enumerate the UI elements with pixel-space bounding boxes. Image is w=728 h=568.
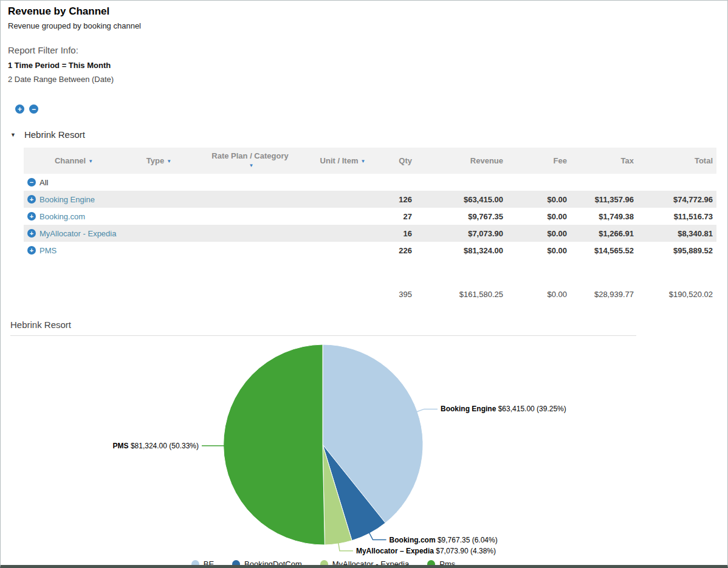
- legend-item-bookingdotcom[interactable]: BookingDotCom: [232, 559, 302, 568]
- legend-swatch-icon: [191, 560, 199, 568]
- expand-row-icon[interactable]: +: [27, 229, 36, 238]
- qty-cell: 226: [379, 242, 416, 259]
- page-title: Revenue by Channel: [8, 5, 727, 18]
- sort-icon[interactable]: ▼: [167, 159, 171, 164]
- fee-cell: $0.00: [507, 242, 571, 259]
- empty-cell: [306, 242, 379, 259]
- chart-legend: BEBookingDotComMyAllocator - ExpediaPms: [10, 559, 636, 568]
- revenue-cell: $9,767.35: [416, 208, 507, 225]
- tax-cell: $11,357.96: [571, 191, 637, 208]
- tax-cell: $14,565.52: [571, 242, 637, 259]
- column-header-type[interactable]: Type▼: [124, 148, 194, 174]
- empty-cell: [24, 286, 124, 303]
- all-row-label: All: [39, 178, 48, 187]
- legend-item-be[interactable]: BE: [191, 559, 214, 568]
- tax-cell: $1,266.91: [571, 225, 637, 242]
- column-header-channel[interactable]: Channel▼: [24, 148, 124, 174]
- total-cell: $74,772.96: [637, 191, 716, 208]
- sort-icon[interactable]: ▼: [249, 163, 254, 168]
- column-header-fee: Fee: [507, 148, 571, 174]
- legend-label: Pms: [439, 559, 455, 568]
- report-filter-info: Report Filter Info: 1 Time Period = This…: [1, 30, 727, 84]
- empty-cell: [124, 191, 194, 208]
- legend-item-pms[interactable]: Pms: [427, 559, 455, 568]
- column-label: Rate Plan / Category: [211, 151, 288, 160]
- revenue-cell: $63,415.00: [416, 191, 507, 208]
- empty-cell: [124, 225, 194, 242]
- filter-date-range: 2 Date Range Between (Date): [8, 75, 727, 84]
- pie-label-line: [415, 409, 438, 412]
- property-group-header: ▼ Hebrink Resort: [1, 114, 727, 140]
- empty-cell: [306, 225, 379, 242]
- channel-link[interactable]: PMS: [39, 246, 57, 255]
- fee-cell: $0.00: [507, 225, 571, 242]
- empty-cell: [124, 208, 194, 225]
- legend-swatch-icon: [232, 560, 240, 568]
- filter-time-period: 1 Time Period = This Month: [8, 61, 727, 70]
- column-label: Fee: [554, 156, 567, 165]
- column-header-tax: Tax: [571, 148, 637, 174]
- revenue-cell: $81,324.00: [416, 242, 507, 259]
- totals-row: 395$161,580.25$0.00$28,939.77$190,520.02: [24, 286, 716, 303]
- report-header: Revenue by Channel Revenue grouped by bo…: [1, 1, 727, 30]
- qty-cell: 16: [379, 225, 416, 242]
- qty-cell: 126: [379, 191, 416, 208]
- legend-label: BE: [204, 559, 214, 568]
- empty-cell: [124, 286, 194, 303]
- fee-cell: $0.00: [507, 208, 571, 225]
- expand-all-icon[interactable]: +: [15, 104, 24, 114]
- pie-slice-pms[interactable]: [224, 344, 325, 545]
- tree-expanded-arrow-icon[interactable]: ▼: [10, 132, 16, 138]
- legend-item-myallocator-expedia[interactable]: MyAllocator - Expedia: [320, 559, 409, 568]
- expand-row-icon[interactable]: +: [27, 212, 36, 221]
- table-row-booking-com: +Booking.com27$9,767.35$0.00$1,749.38$11…: [24, 208, 716, 225]
- column-label: Total: [695, 156, 713, 165]
- channel-link[interactable]: Booking Engine: [39, 195, 95, 204]
- page-subtitle: Revenue grouped by booking channel: [8, 21, 727, 30]
- tax-cell: $1,749.38: [571, 208, 637, 225]
- legend-label: MyAllocator - Expedia: [332, 559, 409, 568]
- total-total: $190,520.02: [637, 286, 716, 303]
- total-revenue: $161,580.25: [416, 286, 507, 303]
- column-header-revenue: Revenue: [416, 148, 507, 174]
- tree-controls: + −: [1, 84, 727, 114]
- qty-cell: 27: [379, 208, 416, 225]
- sort-icon[interactable]: ▼: [360, 159, 365, 164]
- collapse-row-icon[interactable]: −: [27, 178, 36, 186]
- column-header-qty: Qty: [379, 148, 416, 174]
- expand-row-icon[interactable]: +: [27, 246, 36, 255]
- sort-icon[interactable]: ▼: [88, 159, 93, 164]
- table-header-row: Channel▼Type▼Rate Plan / Category▼Unit /…: [24, 148, 716, 174]
- pie-label-booking-engine: Booking Engine $63,415.00 (39.25%): [441, 405, 566, 413]
- pie-label-myallocator-expedia: MyAllocator – Expedia $7,073.90 (4.38%): [356, 547, 496, 555]
- spacer: [24, 259, 716, 286]
- chart-title: Hebrink Resort: [10, 320, 636, 336]
- column-label: Revenue: [470, 156, 503, 165]
- collapse-all-icon[interactable]: −: [29, 104, 38, 114]
- column-label: Type: [146, 156, 164, 165]
- group-row-all: −All: [24, 174, 716, 191]
- empty-cell: [124, 242, 194, 259]
- pie-label-booking-com: Booking.com $9,767.35 (6.04%): [390, 536, 498, 544]
- empty-cell: [306, 191, 379, 208]
- empty-cell: [306, 208, 379, 225]
- column-header-rate-plan-category[interactable]: Rate Plan / Category▼: [194, 148, 306, 174]
- legend-label: BookingDotCom: [244, 559, 302, 568]
- table-row-myallocator-expedia: +MyAllocator - Expedia16$7,073.90$0.00$1…: [24, 225, 716, 242]
- table-row-pms: +PMS226$81,324.00$0.00$14,565.52$95,889.…: [24, 242, 716, 259]
- table-row-booking-engine: +Booking Engine126$63,415.00$0.00$11,357…: [24, 191, 716, 208]
- total-tax: $28,939.77: [571, 286, 637, 303]
- channel-link[interactable]: MyAllocator - Expedia: [39, 229, 116, 238]
- total-cell: $11,516.73: [637, 208, 716, 225]
- pie-chart: Booking Engine $63,415.00 (39.25%)Bookin…: [10, 338, 636, 558]
- revenue-cell: $7,073.90: [416, 225, 507, 242]
- empty-cell: [306, 286, 379, 303]
- empty-cell: [194, 225, 306, 242]
- chart-section: Hebrink Resort Booking Engine $63,415.00…: [10, 320, 636, 568]
- expand-row-icon[interactable]: +: [27, 195, 36, 204]
- channel-link[interactable]: Booking.com: [39, 212, 85, 221]
- report-page: Revenue by Channel Revenue grouped by bo…: [0, 0, 728, 568]
- fee-cell: $0.00: [507, 191, 571, 208]
- empty-cell: [194, 208, 306, 225]
- column-header-unit-item[interactable]: Unit / Item▼: [306, 148, 379, 174]
